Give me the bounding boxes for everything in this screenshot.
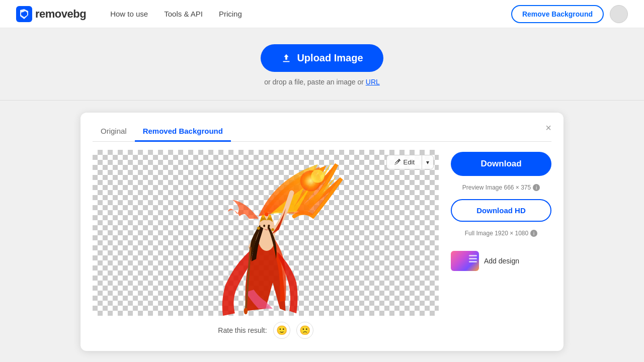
preview-info-icon[interactable]: i	[533, 184, 540, 191]
rating-label: Rate this result:	[218, 326, 267, 334]
tab-original[interactable]: Original	[93, 123, 135, 142]
rating-row: Rate this result: 🙂 🙁	[93, 322, 439, 339]
preview-info: Preview Image 666 × 375 i	[451, 184, 551, 191]
main-nav: How to use Tools & API Pricing	[110, 10, 242, 18]
download-button[interactable]: Download	[451, 152, 551, 176]
close-button[interactable]: ×	[541, 121, 555, 135]
nav-pricing[interactable]: Pricing	[219, 10, 242, 18]
svg-point-5	[265, 213, 269, 217]
upload-section: Upload Image or drop a file, paste an im…	[0, 28, 644, 101]
svg-point-11	[271, 228, 274, 231]
edit-button-container: Edit ▾	[386, 155, 434, 169]
result-section: × Original Removed Background	[0, 101, 644, 362]
edit-button[interactable]: Edit	[386, 155, 422, 169]
svg-point-13	[244, 308, 248, 314]
logo-text: removebg	[35, 8, 86, 21]
header-right: Remove Background	[511, 5, 628, 23]
svg-point-10	[257, 227, 260, 230]
design-thumbnail	[451, 251, 479, 271]
logo-icon	[16, 6, 32, 22]
remove-background-button[interactable]: Remove Background	[511, 5, 604, 23]
edit-dropdown-button[interactable]: ▾	[422, 155, 434, 169]
svg-point-6	[262, 215, 265, 218]
sad-rating-button[interactable]: 🙁	[296, 322, 313, 339]
upload-subtitle: or drop a file, paste an image or URL	[264, 78, 380, 86]
sidebar: Download Preview Image 666 × 375 i Downl…	[451, 150, 551, 339]
design-line-2	[469, 258, 477, 259]
design-line-3	[469, 261, 477, 262]
svg-point-2	[311, 169, 324, 183]
header: removebg How to use Tools & API Pricing …	[0, 0, 644, 28]
checkerboard-bg: Edit ▾	[93, 150, 439, 316]
happy-rating-button[interactable]: 🙂	[273, 322, 290, 339]
design-thumb-lines	[469, 255, 477, 262]
nav-how-to-use[interactable]: How to use	[110, 10, 148, 18]
nav-tools-api[interactable]: Tools & API	[164, 10, 203, 18]
image-container: Edit ▾ Rate this result: 🙂 🙁	[93, 150, 439, 339]
add-design-row[interactable]: Add design	[451, 249, 551, 273]
tabs: Original Removed Background	[93, 123, 551, 142]
logo[interactable]: removebg	[16, 6, 86, 22]
design-line-1	[469, 255, 477, 256]
svg-point-9	[268, 225, 270, 227]
design-thumb-inner	[451, 251, 479, 271]
svg-point-7	[269, 215, 272, 218]
result-card: × Original Removed Background	[80, 113, 564, 351]
tab-removed-bg[interactable]: Removed Background	[135, 123, 231, 142]
svg-point-8	[263, 225, 265, 227]
avatar[interactable]	[610, 5, 628, 23]
result-content: Edit ▾ Rate this result: 🙂 🙁 Download Pr…	[93, 150, 551, 339]
add-design-label[interactable]: Add design	[484, 257, 519, 265]
download-hd-button[interactable]: Download HD	[451, 199, 551, 222]
url-link[interactable]: URL	[366, 78, 380, 86]
full-info-icon[interactable]: i	[530, 230, 537, 237]
pencil-icon	[394, 159, 400, 165]
upload-icon	[281, 53, 292, 64]
upload-image-button[interactable]: Upload Image	[261, 44, 383, 72]
full-info: Full Image 1920 × 1080 i	[451, 230, 551, 237]
fantasy-figure	[185, 155, 346, 316]
